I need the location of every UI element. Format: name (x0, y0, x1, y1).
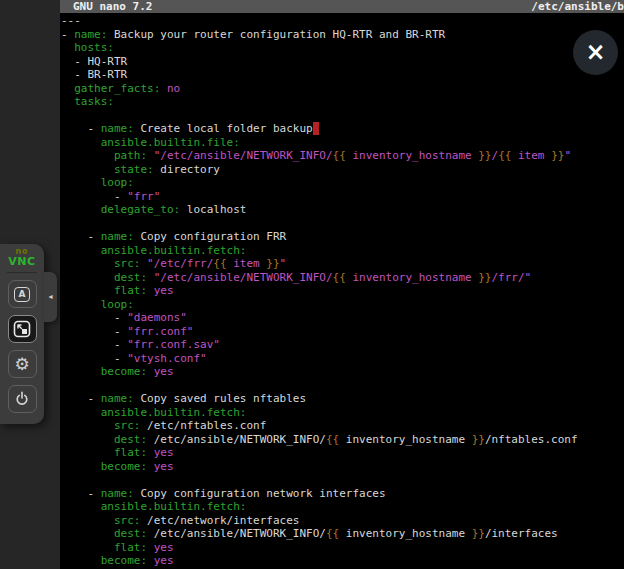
close-icon: × (585, 40, 605, 64)
code-span: --- (61, 14, 81, 27)
code-line: dest: /etc/ansible/NETWORK_INFO/{{ inven… (61, 433, 624, 447)
control-bar-handle[interactable]: ◂ (44, 272, 57, 322)
code-span: src: (114, 514, 141, 527)
code-span: Copy configuration network interfaces (134, 487, 386, 500)
code-span (61, 203, 101, 216)
code-span: /etc/network/interfaces (140, 514, 299, 527)
terminal-window: GNU nano 7.2 /etc/ansible/b ---- name: B… (60, 0, 624, 569)
code-line: become: yes (61, 365, 624, 379)
code-span: /etc/nftables.conf (140, 419, 266, 432)
code-span: }} (551, 149, 564, 162)
code-span (61, 446, 114, 459)
code-line: - name: Copy configuration network inter… (61, 487, 624, 501)
code-span: - (61, 325, 127, 338)
code-span: ansible.builtin.file: (101, 136, 240, 149)
code-span: Copy configuration FRR (134, 230, 286, 243)
code-line: flat: yes (61, 541, 624, 555)
code-line: dest: "/etc/ansible/NETWORK_INFO/{{ inve… (61, 271, 624, 285)
code-span: }} (478, 271, 491, 284)
keyboard-button[interactable]: A (8, 280, 37, 308)
code-span (61, 271, 114, 284)
code-line: path: "/etc/ansible/NETWORK_INFO/{{ inve… (61, 149, 624, 163)
code-line: flat: yes (61, 284, 624, 298)
code-span: inventory_hostname (339, 527, 471, 540)
code-span: {{ (333, 271, 346, 284)
power-icon (14, 391, 30, 407)
code-span (61, 365, 101, 378)
power-button[interactable] (8, 385, 37, 413)
code-span (147, 446, 154, 459)
code-span: localhost (180, 203, 246, 216)
code-span: - (61, 487, 101, 500)
code-span: dest: (114, 433, 147, 446)
code-line (61, 109, 624, 123)
code-line: - "vtysh.conf" (61, 352, 624, 366)
code-span: yes (154, 460, 174, 473)
code-line: ansible.builtin.file: (61, 136, 624, 150)
code-span: src: (114, 419, 141, 432)
code-line (61, 473, 624, 487)
code-line: - BR-RTR (61, 68, 624, 82)
code-span: }} (478, 149, 491, 162)
code-line: ansible.builtin.fetch: (61, 244, 624, 258)
code-line: hosts: (61, 41, 624, 55)
code-span (61, 257, 114, 270)
code-line: - HQ-RTR (61, 55, 624, 69)
code-span: "frr.conf.sav" (127, 338, 220, 351)
code-span: path: (114, 149, 147, 162)
code-line: --- (61, 14, 624, 28)
code-span (147, 554, 154, 567)
code-span: }} (266, 257, 279, 270)
settings-button[interactable]: ⚙ (8, 350, 37, 378)
code-span: name: (101, 230, 134, 243)
code-span: flat: (114, 446, 147, 459)
code-span: name: (101, 392, 134, 405)
code-span: - (61, 230, 101, 243)
code-span: }} (472, 527, 485, 540)
code-span: inventory_hostname (346, 271, 478, 284)
code-span: state: (114, 163, 154, 176)
code-line: - "frr.conf" (61, 325, 624, 339)
nano-titlebar: GNU nano 7.2 /etc/ansible/b (60, 0, 624, 13)
code-span: flat: (114, 541, 147, 554)
code-span: yes (154, 554, 174, 567)
code-span: }} (472, 433, 485, 446)
novnc-control-bar: no VNC A ⚙ (0, 244, 44, 424)
code-span: dest: (114, 271, 147, 284)
code-span: hosts: (74, 41, 114, 54)
code-span (61, 176, 101, 189)
code-span: "/etc/frr/ (147, 257, 213, 270)
code-span: "/etc/ansible/NETWORK_INFO/ (154, 271, 333, 284)
code-line: become: yes (61, 460, 624, 474)
code-span: Backup your router configuration HQ-RTR … (107, 28, 445, 41)
code-span: "vtysh.conf" (127, 352, 206, 365)
code-span: " (564, 149, 571, 162)
code-span: - (61, 338, 127, 351)
code-span (61, 554, 101, 567)
code-span (147, 271, 154, 284)
code-span: ansible.builtin.fetch: (101, 244, 247, 257)
code-span: become: (101, 460, 147, 473)
editor-content[interactable]: ---- name: Backup your router configurat… (61, 14, 624, 569)
fullscreen-button[interactable] (8, 315, 37, 343)
code-span: loop: (101, 298, 134, 311)
code-line: loop: (61, 176, 624, 190)
code-span: inventory_hostname (346, 149, 478, 162)
code-line: - name: Copy configuration FRR (61, 230, 624, 244)
code-line: become: yes (61, 554, 624, 568)
nano-app-title: GNU nano 7.2 (73, 0, 152, 13)
cursor-block (313, 122, 320, 135)
code-line: - name: Backup your router configuration… (61, 28, 624, 42)
code-span: yes (154, 365, 174, 378)
code-span (160, 82, 167, 95)
close-button[interactable]: × (573, 30, 618, 75)
code-span: item (227, 257, 267, 270)
code-span: - (61, 311, 127, 324)
code-span (61, 419, 114, 432)
code-line: - "daemons" (61, 311, 624, 325)
code-line: dest: /etc/ansible/NETWORK_INFO/{{ inven… (61, 527, 624, 541)
code-span: delegate_to: (101, 203, 180, 216)
code-span: name: (74, 28, 107, 41)
code-line: - "frr" (61, 190, 624, 204)
code-line: ansible.builtin.fetch: (61, 406, 624, 420)
